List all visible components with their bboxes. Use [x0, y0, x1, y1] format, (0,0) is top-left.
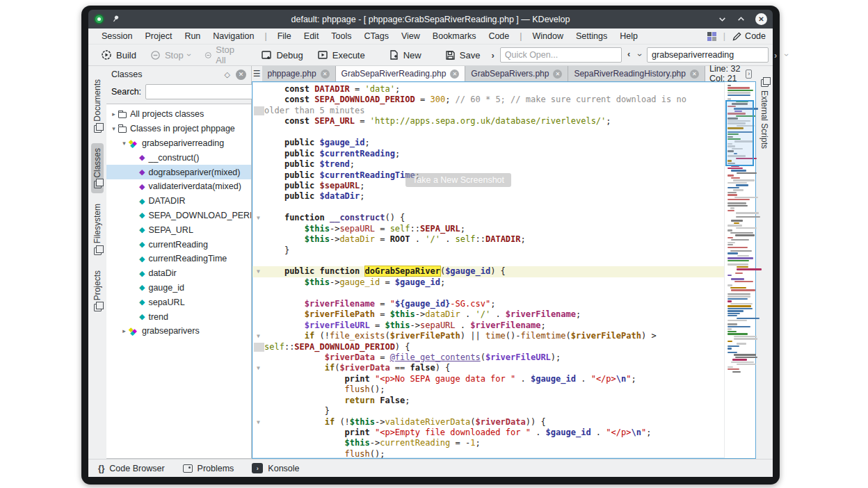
code-line[interactable]: ▼ if($riverData == false) {: [252, 363, 724, 373]
code-line[interactable]: public $trend;: [252, 159, 724, 170]
next-match-button[interactable]: ›: [771, 50, 780, 60]
minimap[interactable]: [724, 82, 755, 458]
tree-item-grabsepariverreading[interactable]: ▾◆◆◆grabsepariverreading: [106, 136, 251, 151]
tab-close-icon[interactable]: ✕: [553, 70, 562, 79]
area-switcher-icon[interactable]: [707, 32, 716, 41]
execute-button[interactable]: Execute: [312, 47, 371, 63]
code-line[interactable]: const SEPA_DOWNLOAD_PERIOD = 300; // 60 …: [252, 95, 724, 105]
fold-marker-icon[interactable]: ▼: [252, 417, 264, 428]
code-lines[interactable]: const DATADIR = 'data'; const SEPA_DOWNL…: [252, 82, 724, 458]
code-line[interactable]: public $dataDir;: [252, 191, 724, 202]
quickopen-dropdown-button[interactable]: ›: [635, 51, 645, 59]
search-dropdown-button[interactable]: ›: [782, 51, 791, 59]
menu-file[interactable]: File: [271, 30, 298, 42]
code-line[interactable]: self::SEPA_DOWNLOAD_PERIOD) {: [252, 342, 724, 352]
tree-item-sepa_url[interactable]: ◆SEPA_URL: [106, 222, 251, 237]
close-panel-icon[interactable]: ✕: [236, 70, 246, 80]
code-line[interactable]: ▼ if (!$this->validateRiverData($riverDa…: [252, 417, 724, 428]
menu-tools[interactable]: Tools: [325, 30, 357, 42]
tree-item-datadir[interactable]: ◆DATADIR: [106, 194, 251, 209]
tree-item-trend[interactable]: ◆trend: [106, 309, 251, 324]
menu-edit[interactable]: Edit: [298, 30, 326, 42]
code-line[interactable]: [252, 127, 724, 138]
stop-dropdown-icon[interactable]: ›: [184, 54, 194, 56]
tree-item-datadir[interactable]: ◆dataDir: [106, 266, 251, 281]
fold-marker-icon[interactable]: ▼: [252, 266, 264, 277]
code-line[interactable]: const SEPA_URL = 'http://apps.sepa.org.u…: [252, 116, 724, 127]
code-line[interactable]: print "<p>No SEPA gauge data for " . $ga…: [252, 374, 724, 384]
menu-bookmarks[interactable]: Bookmarks: [426, 30, 483, 42]
tree-item-currentreading[interactable]: ◆currentReading: [106, 237, 251, 252]
tree-expander-icon[interactable]: ▾: [120, 140, 129, 147]
code-line[interactable]: older than 5 minutes: [252, 106, 724, 116]
bottom-tab-konsole[interactable]: ›Konsole: [252, 463, 299, 473]
toolbar-overflow-button[interactable]: ›: [488, 50, 497, 60]
fold-marker-icon[interactable]: ▼: [252, 363, 264, 373]
save-button[interactable]: Save: [440, 48, 486, 63]
pin-icon[interactable]: [109, 13, 121, 26]
debug-button[interactable]: Debug: [255, 47, 308, 63]
menu-settings[interactable]: Settings: [570, 30, 613, 42]
code-line[interactable]: }: [252, 406, 724, 416]
code-line[interactable]: $this->gauge_id = $gauge_id;: [252, 277, 724, 288]
tree-item-__construct-[interactable]: ◆__construct(): [106, 150, 251, 165]
tab-grabseparivers-php[interactable]: GrabSepaRivers.php✕: [465, 66, 568, 81]
quick-open-input[interactable]: [500, 47, 622, 63]
code-line[interactable]: public $gauge_id;: [252, 138, 724, 148]
dock-tab-projects[interactable]: Projects: [91, 266, 104, 316]
tree-item-all-projects-classes[interactable]: ▸All projects classes: [106, 107, 251, 122]
code-line[interactable]: $this->currentReading = -1;: [252, 438, 724, 448]
tree-item-currentreadingtime[interactable]: ◆currentReadingTime: [106, 252, 251, 266]
minimap-viewport[interactable]: [725, 100, 754, 166]
code-line[interactable]: ▼ function __construct() {: [252, 213, 724, 223]
tab-close-icon[interactable]: ✕: [450, 70, 459, 79]
code-line[interactable]: public $currentReading;: [252, 149, 724, 159]
menu-run[interactable]: Run: [178, 30, 207, 42]
menu-project[interactable]: Project: [138, 30, 178, 42]
menu-help[interactable]: Help: [613, 30, 644, 42]
code-line[interactable]: [252, 288, 724, 298]
code-line[interactable]: $riverFilePath = $this->dataDir . '/' . …: [252, 309, 724, 320]
stop-all-button[interactable]: Stop All: [199, 42, 243, 67]
menu-ctags[interactable]: CTags: [358, 30, 395, 42]
code-line[interactable]: $this->dataDir = ROOT . '/' . self::DATA…: [252, 234, 724, 245]
code-line[interactable]: $this->sepaURL = self::SEPA_URL;: [252, 224, 724, 234]
build-button[interactable]: Build: [95, 47, 142, 63]
code-line[interactable]: return False;: [252, 396, 724, 406]
stop-button[interactable]: Stop ›: [145, 48, 196, 63]
tab-phppage-php[interactable]: phppage.php✕: [262, 66, 336, 81]
code-line[interactable]: ▼ public function doGrabSepaRiver($gauge…: [252, 266, 724, 277]
menu-navigation[interactable]: Navigation: [207, 30, 260, 42]
split-view-icon[interactable]: ›: [746, 70, 752, 79]
maximize-button[interactable]: [737, 15, 746, 24]
tree-item-validateriverdata-mixed-[interactable]: ◆validateriverdata(mixed): [106, 179, 251, 194]
bottom-tab-problems[interactable]: Problems: [183, 464, 234, 473]
code-line[interactable]: const DATADIR = 'data';: [252, 84, 724, 95]
tab-separiverreadinghistory-php[interactable]: SepaRiverReadingHistory.php✕: [568, 66, 705, 81]
code-line[interactable]: $riverData = @file_get_contents($riverFi…: [252, 352, 724, 363]
code-area-button[interactable]: Code: [732, 31, 766, 41]
code-editor[interactable]: const DATADIR = 'data'; const SEPA_DOWNL…: [252, 81, 756, 459]
tree-item-gauge_id[interactable]: ◆gauge_id: [106, 281, 251, 295]
code-line[interactable]: [252, 202, 724, 213]
dock-tab-classes[interactable]: Classes: [91, 143, 104, 194]
code-line[interactable]: print "<p>Empty file downloaded for " . …: [252, 428, 724, 438]
minimize-button[interactable]: [718, 15, 727, 24]
search-input[interactable]: [647, 47, 769, 63]
document-list-icon[interactable]: ☰: [252, 66, 262, 81]
fold-marker-icon[interactable]: ▼: [252, 213, 264, 223]
tab-close-icon[interactable]: ✕: [690, 70, 699, 79]
prev-match-button[interactable]: ›: [625, 50, 633, 60]
code-line[interactable]: flush();: [252, 449, 724, 458]
dock-tab-external-scripts[interactable]: External Scripts: [758, 74, 771, 154]
menu-session[interactable]: Session: [95, 30, 138, 42]
tab-grabsepariverreading-php[interactable]: GrabSepaRiverReading.php✕: [336, 66, 466, 81]
code-line[interactable]: flush();: [252, 384, 724, 395]
code-line[interactable]: $riverFileURL = $this->sepaURL . $riverF…: [252, 320, 724, 331]
detach-panel-icon[interactable]: ◇: [225, 70, 230, 79]
tree-item-sepa_download_period[interactable]: ◆SEPA_DOWNLOAD_PERIOD: [106, 209, 251, 223]
code-line[interactable]: $riverFilename = "${gauge_id}-SG.csv";: [252, 299, 724, 309]
menu-window[interactable]: Window: [527, 30, 570, 42]
tree-item-dograbsepariver-mixed-[interactable]: ◆dograbsepariver(mixed): [106, 165, 251, 179]
code-line[interactable]: public $currentReadingTime;: [252, 170, 724, 181]
